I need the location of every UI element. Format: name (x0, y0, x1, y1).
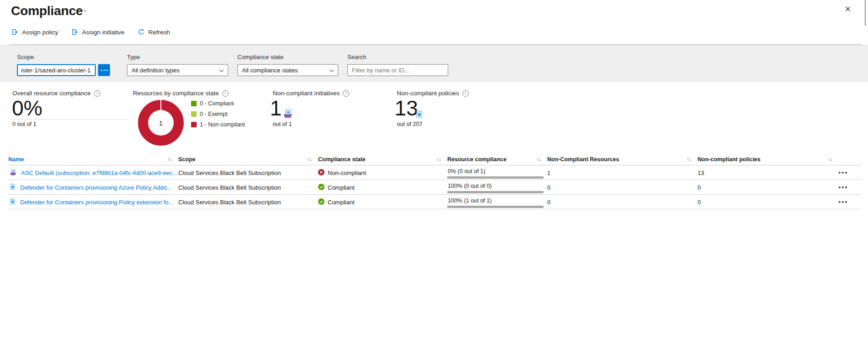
row-context-menu-icon[interactable] (839, 186, 863, 188)
info-icon[interactable]: i (343, 90, 349, 97)
search-label: Search (347, 54, 366, 60)
compliance-progress-bar (447, 206, 544, 208)
assign-initiative-button[interactable]: Assign initiative (71, 28, 125, 36)
state-cell: Compliant (318, 198, 447, 206)
close-icon[interactable]: × (841, 3, 854, 16)
scope-input[interactable] (17, 64, 96, 76)
scope-cell: Cloud Services Black Belt Subscription (178, 199, 318, 206)
assign-initiative-icon (71, 28, 78, 36)
compliance-state-dropdown[interactable]: All compliance states (237, 64, 338, 76)
column-header-scope[interactable]: Scope ↑↓ (178, 156, 318, 163)
info-icon[interactable]: i (462, 90, 469, 97)
sort-icon[interactable]: ↑↓ (168, 157, 172, 162)
table-row: Defender for Containers provisioning Pol… (8, 195, 862, 209)
assignments-table: Name ↑↓ Scope ↑↓ Compliance state ↑↓ Res… (8, 153, 862, 209)
nc-resources-cell: 0 (547, 199, 698, 206)
refresh-icon (137, 28, 145, 36)
scope-browse-button[interactable] (98, 64, 110, 76)
resource-compliance-cell: 0% (0 out of 1) (447, 165, 547, 180)
resource-compliance-cell: 100% (1 out of 1) (447, 195, 547, 209)
assignment-link[interactable]: Defender for Containers provisioning Pol… (20, 199, 174, 206)
chevron-down-icon (220, 68, 224, 72)
filter-bar: Scope Type All definition types Complian… (0, 45, 868, 82)
state-cell: Compliant (318, 184, 447, 191)
nc-policies-title: Non-compliant policies i (397, 90, 469, 97)
policy-icon (415, 110, 423, 120)
policy-icon (9, 183, 16, 191)
compliant-icon (318, 198, 324, 206)
policy-icon (9, 198, 16, 206)
table-row: ASC Default (subscription: e7f88b1a-04fc… (8, 165, 862, 180)
info-icon[interactable]: i (222, 90, 229, 97)
column-header-nc-policies[interactable]: Non-compliant policies ↑↓ (698, 156, 839, 163)
compliance-progress-bar (447, 191, 544, 193)
legend-swatch-noncompliant (191, 122, 197, 127)
nc-policies-value: 13 (395, 97, 418, 119)
type-dropdown[interactable]: All definition types (127, 64, 228, 76)
sort-icon[interactable]: ↑↓ (437, 157, 441, 162)
overall-compliance-title: Overall resource compliance i (12, 90, 100, 97)
nc-initiatives-title: Non-compliant initiatives i (273, 90, 349, 97)
compliant-icon (318, 184, 324, 191)
scrollbar-thumb[interactable] (865, 0, 866, 26)
info-icon[interactable]: i (94, 90, 100, 97)
column-header-compliance-state[interactable]: Compliance state ↑↓ (318, 156, 447, 163)
search-input[interactable] (347, 64, 448, 76)
assign-policy-button[interactable]: Assign policy (11, 28, 58, 36)
legend-item-noncompliant: 1 - Non-compliant (191, 121, 245, 127)
chevron-down-icon (330, 68, 334, 72)
column-header-name[interactable]: Name ↑↓ (8, 156, 178, 163)
page-title: Compliance (11, 4, 83, 18)
compliance-blade: Compliance × Assign policy Assign initia… (0, 0, 868, 339)
by-state-title: Resources by compliance state i (133, 90, 229, 97)
scope-cell: Cloud Services Black Belt Subscription (178, 170, 318, 176)
compliance-donut-chart: 1 (138, 100, 184, 146)
row-context-menu-icon[interactable] (839, 201, 863, 203)
nc-resources-cell: 1 (547, 170, 698, 176)
sort-icon[interactable]: ↑↓ (828, 157, 833, 162)
scope-label: Scope (17, 54, 34, 60)
ellipsis-icon (101, 70, 108, 71)
row-context-menu-icon[interactable] (839, 172, 863, 174)
command-bar: Assign policy Assign initiative Refresh (11, 28, 170, 36)
overall-divider (12, 119, 128, 120)
nc-initiatives-value: 1 (270, 97, 282, 119)
column-header-nc-resources[interactable]: Non-Compliant Resources ↑↓ (547, 156, 698, 163)
sort-icon[interactable]: ↑↓ (537, 157, 541, 162)
compliance-progress-bar (447, 176, 544, 179)
scope-cell: Cloud Services Black Belt Subscription (178, 184, 318, 191)
sort-icon[interactable]: ↑↓ (687, 157, 692, 162)
overall-compliance-value: 0% (12, 97, 42, 119)
resource-compliance-cell: 100% (0 out of 0) (447, 180, 547, 195)
legend-item-compliant: 0 - Compliant (191, 100, 245, 106)
title-more-menu-icon[interactable] (79, 10, 86, 11)
refresh-button[interactable]: Refresh (137, 28, 170, 36)
nc-policies-cell: 13 (698, 170, 839, 176)
initiative-icon (9, 169, 17, 177)
nc-policies-sub: out of 207 (397, 121, 423, 127)
non-compliant-icon (318, 169, 324, 177)
legend-swatch-compliant (191, 101, 197, 106)
nc-policies-cell: 0 (698, 184, 839, 191)
table-row: Defender for Containers provisioning Azu… (8, 180, 862, 195)
table-header-row: Name ↑↓ Scope ↑↓ Compliance state ↑↓ Res… (8, 153, 862, 165)
nc-initiatives-sub: out of 1 (273, 121, 292, 127)
initiative-icon (282, 109, 293, 120)
sort-icon[interactable]: ↑↓ (308, 157, 312, 162)
assignment-link[interactable]: ASC Default (subscription: e7f88b1a-04fc… (21, 170, 177, 176)
assign-policy-icon (11, 28, 18, 36)
overall-compliance-sub: 0 out of 1 (12, 121, 36, 127)
assignment-link[interactable]: Defender for Containers provisioning Azu… (20, 184, 172, 191)
column-header-resource-compliance[interactable]: Resource compliance ↑↓ (447, 156, 547, 163)
legend-swatch-exempt (191, 111, 197, 117)
nc-resources-cell: 0 (547, 184, 698, 191)
type-label: Type (127, 54, 140, 60)
state-cell: Non-compliant (318, 169, 447, 177)
nc-policies-cell: 0 (698, 199, 839, 206)
donut-center-value: 1 (148, 110, 174, 136)
donut-legend: 0 - Compliant 0 - Exempt 1 - Non-complia… (191, 100, 245, 127)
compliance-state-label: Compliance state (237, 54, 283, 60)
legend-item-exempt: 0 - Exempt (191, 111, 245, 117)
